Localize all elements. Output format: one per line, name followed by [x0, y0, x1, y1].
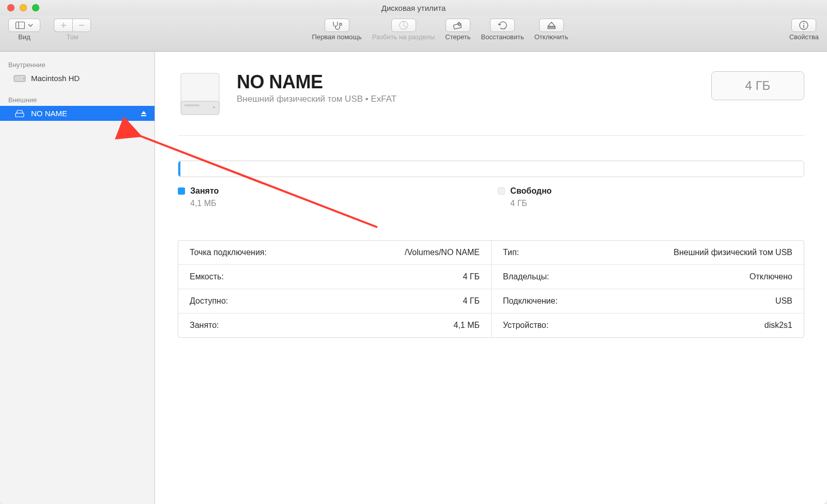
usage-section: Занято 4,1 МБ Свободно 4 ГБ	[178, 161, 804, 208]
volume-name: NO NAME	[237, 71, 396, 93]
volume-label: Том	[66, 33, 78, 41]
volume-drive-icon	[178, 71, 222, 120]
detail-value: Внешний физический том USB	[673, 248, 792, 257]
first-aid-tool: Первая помощь	[312, 19, 361, 41]
legend-used-swatch	[178, 187, 185, 195]
sidebar-internal-header: Внутренние	[0, 58, 155, 71]
first-aid-label: Первая помощь	[312, 33, 361, 41]
detail-value: 4,1 МБ	[453, 321, 480, 330]
detail-key: Занято:	[190, 321, 219, 330]
info-button[interactable]	[791, 19, 816, 32]
chevron-down-icon	[28, 24, 33, 27]
usage-bar-used-fill	[178, 161, 180, 177]
eject-volume-button[interactable]	[140, 111, 147, 117]
restore-tool: Восстановить	[481, 19, 524, 41]
detail-key: Доступно:	[190, 296, 228, 306]
unmount-label: Отключить	[534, 33, 569, 41]
remove-volume-button[interactable]	[72, 19, 91, 32]
volume-size-badge: 4 ГБ	[711, 71, 804, 100]
detail-value: Отключено	[749, 272, 792, 281]
view-mode-button[interactable]	[8, 19, 40, 32]
detail-owners: Владельцы: Отключено	[491, 265, 804, 289]
app-body: Внутренние Macintosh HD Внешние NO NAME	[0, 52, 827, 504]
legend-free-label: Свободно	[510, 186, 552, 196]
detail-device: Устройство: disk2s1	[491, 313, 804, 337]
detail-key: Точка подключения:	[190, 248, 267, 257]
pie-icon	[399, 20, 409, 30]
detail-type: Тип: Внешний физический том USB	[491, 241, 804, 265]
content-pane: NO NAME Внешний физический том USB • ExF…	[155, 52, 827, 504]
legend-used: Занято 4,1 МБ	[178, 186, 219, 208]
svg-rect-5	[548, 27, 555, 29]
sidebar-item-label: NO NAME	[31, 109, 67, 118]
hard-drive-icon	[13, 74, 26, 83]
svg-point-2	[340, 23, 342, 25]
detail-mount-point: Точка подключения: /Volumes/NO NAME	[178, 241, 491, 265]
usage-legend: Занято 4,1 МБ Свободно 4 ГБ	[178, 186, 804, 208]
volume-title-block: NO NAME Внешний физический том USB • ExF…	[237, 71, 396, 104]
sidebar-item-no-name[interactable]: NO NAME	[0, 106, 155, 121]
detail-key: Устройство:	[503, 321, 548, 330]
usage-bar	[178, 161, 804, 177]
partition-tool: Разбить на разделы	[372, 19, 435, 41]
maximize-button[interactable]	[32, 4, 39, 11]
svg-rect-14	[184, 104, 200, 106]
window-title: Дисковая утилита	[0, 4, 827, 12]
close-button[interactable]	[7, 4, 14, 11]
volume-tool-group: Том	[54, 19, 91, 41]
eject-icon	[547, 21, 556, 29]
toolbar: Вид Том Первая помощь	[0, 15, 827, 52]
volume-subtitle: Внешний физический том USB • ExFAT	[237, 94, 396, 104]
partition-label: Разбить на разделы	[372, 33, 435, 41]
minus-icon	[79, 22, 85, 28]
svg-rect-11	[141, 115, 146, 116]
plus-icon	[60, 22, 67, 28]
add-volume-button[interactable]	[54, 19, 72, 32]
view-label: Вид	[18, 33, 30, 41]
svg-rect-4	[453, 24, 461, 29]
erase-label: Стереть	[445, 33, 470, 41]
legend-used-label: Занято	[190, 186, 219, 196]
unmount-button[interactable]	[539, 19, 564, 32]
detail-connection: Подключение: USB	[491, 289, 804, 313]
sidebar-item-macintosh-hd[interactable]: Macintosh HD	[0, 71, 155, 86]
info-icon	[799, 20, 809, 30]
detail-available: Доступно: 4 ГБ	[178, 289, 491, 313]
first-aid-button[interactable]	[325, 19, 349, 32]
eraser-icon	[452, 21, 464, 30]
view-tool-group: Вид	[8, 19, 40, 41]
details-table: Точка подключения: /Volumes/NO NAME Тип:…	[178, 240, 804, 338]
legend-free: Свободно 4 ГБ	[498, 186, 552, 208]
svg-rect-0	[16, 22, 25, 29]
sidebar: Внутренние Macintosh HD Внешние NO NAME	[0, 52, 155, 504]
erase-tool: Стереть	[445, 19, 470, 41]
svg-rect-10	[16, 113, 24, 117]
sidebar-external-header: Внешние	[0, 93, 155, 106]
detail-value: 4 ГБ	[463, 272, 480, 281]
legend-free-swatch	[498, 187, 505, 195]
sidebar-item-label: Macintosh HD	[31, 74, 80, 83]
detail-value: disk2s1	[764, 321, 792, 330]
detail-used: Занято: 4,1 МБ	[178, 313, 491, 337]
svg-point-7	[803, 23, 804, 24]
detail-capacity: Емкость: 4 ГБ	[178, 265, 491, 289]
titlebar: Дисковая утилита	[0, 0, 827, 15]
minimize-button[interactable]	[20, 4, 27, 11]
volume-size-value: 4 ГБ	[745, 78, 771, 93]
detail-key: Подключение:	[503, 296, 558, 306]
detail-key: Емкость:	[190, 272, 224, 281]
restore-button[interactable]	[490, 19, 515, 32]
detail-value: 4 ГБ	[463, 296, 480, 306]
external-drive-icon	[13, 109, 26, 118]
partition-button[interactable]	[391, 19, 416, 32]
erase-button[interactable]	[446, 19, 470, 32]
legend-used-value: 4,1 МБ	[178, 199, 219, 208]
sidebar-icon	[16, 22, 25, 29]
legend-free-value: 4 ГБ	[498, 199, 552, 208]
svg-point-15	[213, 106, 215, 108]
restore-icon	[497, 21, 508, 30]
app-window: Дисковая утилита Вид	[0, 0, 827, 504]
stethoscope-icon	[331, 21, 343, 30]
restore-label: Восстановить	[481, 33, 524, 41]
svg-point-9	[23, 78, 24, 79]
